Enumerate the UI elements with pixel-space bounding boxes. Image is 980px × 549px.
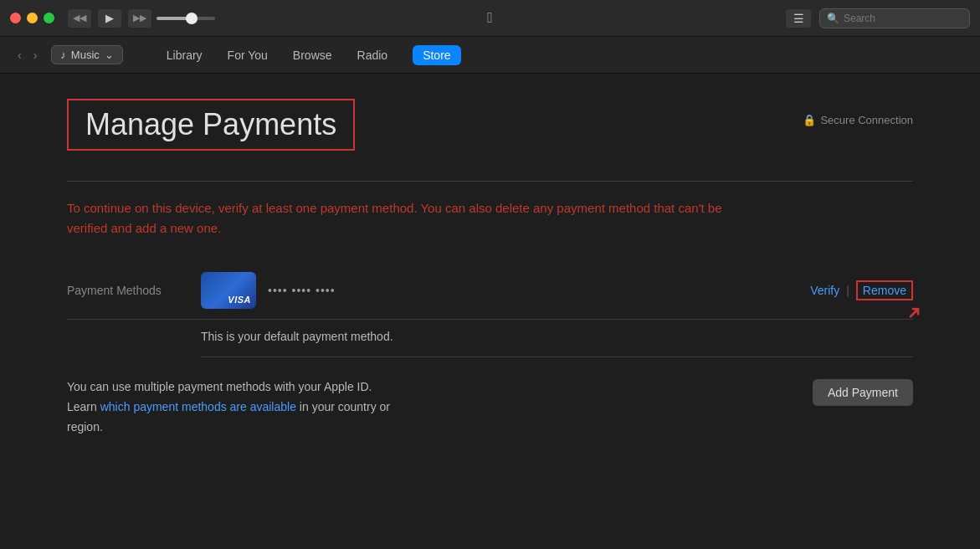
titlebar-right: ☰ 🔍 Search [786, 8, 970, 28]
secure-connection-label: Secure Connection [820, 114, 913, 126]
chevron-down-icon: ⌄ [105, 49, 114, 61]
search-box[interactable]: 🔍 Search [819, 8, 970, 28]
nav-arrows: ‹ › [13, 47, 41, 64]
rewind-button[interactable]: ◀◀ [68, 9, 91, 28]
nav-back-button[interactable]: ‹ [13, 47, 26, 64]
multi-methods-line2-prefix: Learn [67, 400, 100, 413]
minimize-button[interactable] [27, 13, 38, 23]
multi-methods-line3: region. [67, 420, 103, 434]
close-button[interactable] [10, 13, 21, 23]
visa-card-visual: VISA [201, 272, 256, 309]
volume-slider-wrap [156, 17, 215, 20]
volume-knob [186, 13, 198, 24]
payment-methods-label: Payment Methods [67, 284, 201, 297]
add-payment-button[interactable]: Add Payment [813, 379, 913, 406]
title-divider [67, 181, 913, 182]
search-placeholder: Search [844, 13, 875, 24]
visa-label: VISA [228, 295, 251, 305]
fast-forward-button[interactable]: ▶▶ [128, 9, 151, 28]
actions-separator: | [846, 284, 849, 297]
nav-radio[interactable]: Radio [357, 49, 388, 62]
search-icon: 🔍 [827, 13, 839, 24]
lock-icon: 🔒 [803, 114, 816, 126]
nav-forward-button[interactable]: › [29, 47, 42, 64]
multi-methods-line2-suffix: in your country or [296, 400, 390, 413]
multi-methods-line1: You can use multiple payment methods wit… [67, 380, 372, 393]
page-title-box: Manage Payments [67, 99, 355, 151]
card-number-blurred: •••• •••• •••• [268, 284, 336, 297]
volume-slider[interactable] [156, 17, 215, 20]
payment-methods-row: Payment Methods VISA •••• •••• •••• Veri… [67, 262, 913, 320]
warning-text: To continue on this device, verify at le… [67, 198, 753, 239]
playback-controls: ◀◀ ▶ ▶▶ [68, 9, 151, 28]
remove-button[interactable]: Remove [856, 280, 913, 300]
traffic-lights [10, 13, 54, 23]
maximize-button[interactable] [44, 13, 54, 23]
secure-connection: 🔒 Secure Connection [803, 114, 913, 126]
multi-methods-section: You can use multiple payment methods wit… [67, 377, 913, 437]
titlebar: ◀◀ ▶ ▶▶  ☰ 🔍 Search [0, 0, 980, 37]
page-title: Manage Payments [85, 107, 336, 142]
play-button[interactable]: ▶ [98, 9, 121, 28]
nav-links: Library For You Browse Radio Store [167, 45, 461, 65]
app-name-label: Music [71, 49, 100, 61]
nav-library[interactable]: Library [167, 49, 203, 62]
menu-button[interactable]: ☰ [786, 9, 811, 28]
verify-button[interactable]: Verify [810, 284, 839, 297]
nav-store[interactable]: Store [413, 45, 460, 65]
navbar: ‹ › ♪ Music ⌄ Library For You Browse Rad… [0, 37, 980, 74]
content-area: Manage Payments 🔒 Secure Connection To c… [0, 74, 980, 462]
nav-for-you[interactable]: For You [228, 49, 268, 62]
remove-arrow-indicator: ➜ [900, 300, 926, 326]
payment-actions: Verify | Remove ➜ [810, 280, 913, 300]
app-switcher[interactable]: ♪ Music ⌄ [51, 45, 122, 64]
default-payment-text: This is your default payment method. [201, 330, 913, 357]
apple-logo:  [487, 9, 493, 27]
nav-browse[interactable]: Browse [293, 49, 332, 62]
music-note-icon: ♪ [60, 49, 66, 61]
payment-methods-link[interactable]: which payment methods are available [100, 400, 296, 413]
multi-methods-text: You can use multiple payment methods wit… [67, 377, 390, 437]
